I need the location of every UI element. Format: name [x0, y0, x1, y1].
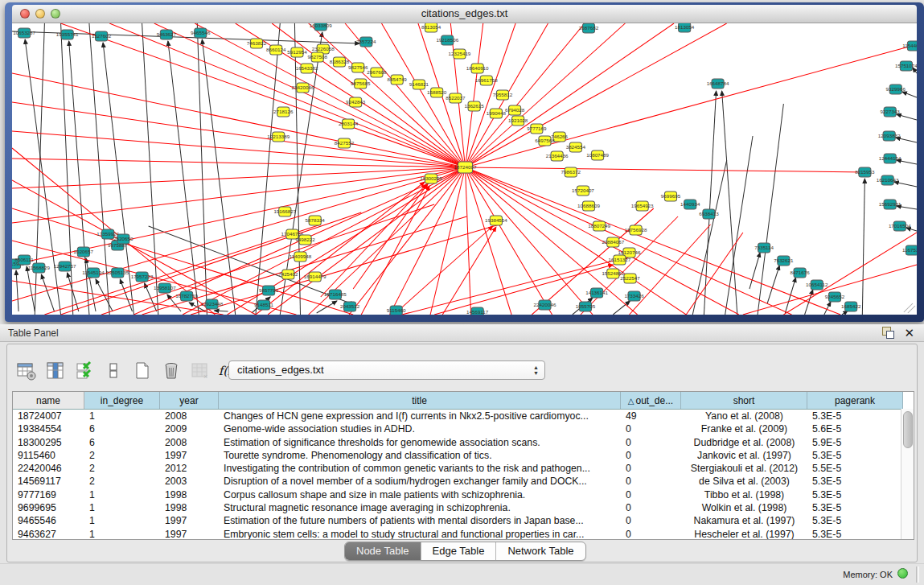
column-header-in_degree[interactable]: in_degree: [84, 392, 160, 409]
graph-node[interactable]: 10653287: [13, 28, 35, 38]
table-row[interactable]: 1872400712008Changes of HCN gene express…: [13, 410, 914, 422]
table-row[interactable]: 1830029562008Estimation of significance …: [13, 436, 914, 449]
graph-node[interactable]: 9827546: [348, 63, 368, 72]
graph-node[interactable]: 19654923: [631, 201, 654, 211]
graph-node[interactable]: 8471676: [790, 268, 810, 278]
graph-node[interactable]: 6794028: [505, 105, 525, 115]
graph-node[interactable]: 14136141: [585, 288, 608, 298]
graph-node[interactable]: 19355741: [56, 30, 79, 39]
column-header-pagerank[interactable]: pagerank: [807, 392, 903, 409]
table-row[interactable]: 977716911998Corpus callosum shape and si…: [13, 488, 914, 501]
graph-node[interactable]: 2043512: [340, 302, 360, 311]
graph-node[interactable]: 12093832: [878, 131, 901, 141]
graph-node[interactable]: 9498222: [295, 235, 315, 245]
column-select-icon[interactable]: [44, 360, 66, 382]
graph-node[interactable]: 16033809: [310, 23, 332, 31]
graph-node[interactable]: 8813054: [421, 23, 441, 32]
graph-node[interactable]: 8215953: [855, 167, 875, 177]
graph-node[interactable]: 19218506: [436, 35, 458, 45]
graph-node[interactable]: 19756928: [625, 225, 647, 235]
graph-node[interactable]: 9827508: [308, 52, 328, 62]
graph-node[interactable]: 9875685: [351, 79, 371, 89]
graph-node[interactable]: 9245652: [825, 292, 845, 302]
graph-node[interactable]: 18807249: [588, 221, 610, 231]
graph-node[interactable]: 16648784: [707, 79, 729, 89]
scrollbar-thumb[interactable]: [903, 411, 913, 448]
graph-node[interactable]: 1588520: [427, 88, 447, 97]
graph-node[interactable]: 1527602: [92, 31, 112, 41]
graph-node[interactable]: 7986372: [561, 167, 581, 177]
graph-node[interactable]: 8186328: [330, 57, 350, 67]
column-header-year[interactable]: year: [160, 392, 219, 409]
graph-node[interactable]: 7632621: [774, 256, 794, 266]
graph-node[interactable]: 19166827: [273, 207, 296, 216]
graph-node[interactable]: 12505135: [106, 268, 129, 278]
graph-node[interactable]: 19384554: [485, 216, 507, 225]
graph-node[interactable]: 2967608: [367, 68, 387, 77]
graph-node[interactable]: 5878334: [306, 216, 326, 225]
table-row[interactable]: 911546021997Tourette syndrome. Phenomeno…: [13, 449, 914, 462]
graph-node[interactable]: 1733426: [624, 291, 644, 301]
graph-node[interactable]: 9465546: [191, 28, 211, 38]
float-panel-icon[interactable]: [882, 327, 894, 339]
table-row[interactable]: 946362711997Embryonic stem cells: a mode…: [13, 528, 914, 540]
graph-node[interactable]: 16782759: [175, 291, 198, 301]
graph-node[interactable]: 7335114: [754, 243, 774, 253]
graph-node[interactable]: 3824554: [566, 142, 586, 152]
graph-node[interactable]: 16210643: [877, 175, 899, 185]
graph-node[interactable]: 1813054: [675, 23, 695, 32]
tab-edge-table[interactable]: Edge Table: [421, 542, 497, 560]
graph-node[interactable]: 2718126: [273, 107, 294, 117]
graph-node[interactable]: 6497568: [535, 136, 555, 146]
graph-node[interactable]: 1167533: [902, 245, 917, 255]
trash-icon[interactable]: [160, 360, 182, 382]
graph-node[interactable]: 17016504: [889, 221, 911, 231]
tab-network-table[interactable]: Network Table: [496, 542, 585, 560]
graph-node[interactable]: 8522037: [446, 93, 466, 103]
graph-node[interactable]: 7463822: [247, 39, 267, 48]
graph-node[interactable]: 16543382: [296, 64, 318, 73]
cells-vertical-icon[interactable]: [102, 360, 124, 382]
graph-node[interactable]: 7955812: [493, 90, 513, 100]
graph-node[interactable]: 8427552: [335, 138, 355, 148]
graph-node[interactable]: 12325419: [449, 49, 471, 59]
graph-node[interactable]: 15720407: [572, 186, 594, 196]
memory-status-icon[interactable]: [897, 568, 908, 579]
graph-node[interactable]: 1990448: [487, 109, 507, 118]
graph-node[interactable]: 1362615: [464, 101, 484, 111]
graph-node[interactable]: 9146821: [409, 80, 429, 89]
graph-node[interactable]: 9227343: [881, 107, 901, 117]
graph-node[interactable]: 7425402: [278, 270, 298, 279]
graph-node[interactable]: 11544084: [902, 41, 917, 51]
graph-node[interactable]: 12942757: [54, 262, 76, 271]
graph-node[interactable]: 1685422: [841, 302, 861, 311]
table-vertical-scrollbar[interactable]: [901, 409, 914, 539]
column-header-name[interactable]: name: [13, 392, 84, 409]
network-canvas[interactable]: 7463822866012459129542322605898275088186…: [12, 23, 917, 315]
tab-node-table[interactable]: Node Table: [345, 542, 421, 560]
graph-node[interactable]: 11409948: [290, 252, 312, 262]
graph-node[interactable]: 16151327: [608, 255, 630, 265]
row-checks-icon[interactable]: [73, 360, 95, 382]
table-row[interactable]: 969969511998Structural magnetic resonanc…: [13, 501, 914, 514]
graph-node[interactable]: 2020657: [74, 247, 94, 257]
graph-node[interactable]: 20884067: [602, 237, 624, 247]
table-settings-icon[interactable]: [15, 360, 37, 382]
graph-node[interactable]: 15692931: [879, 200, 901, 209]
table-row[interactable]: 1938455462009Genome-wide association stu…: [13, 422, 914, 435]
graph-node[interactable]: 18300295: [420, 174, 442, 183]
graph-node[interactable]: 21364436: [546, 151, 569, 161]
network-view-window[interactable]: citations_edges.txt 74638228660124591295…: [5, 2, 924, 322]
graph-node[interactable]: 15716485: [324, 290, 347, 299]
window-titlebar[interactable]: citations_edges.txt: [12, 5, 917, 23]
graph-node[interactable]: 8454749: [388, 75, 408, 84]
graph-node[interactable]: 9699695: [661, 192, 681, 201]
graph-node[interactable]: 14569117: [466, 307, 489, 315]
graph-node[interactable]: 5912954: [287, 47, 307, 57]
table-row[interactable]: 946554611997Estimation of the future num…: [13, 514, 914, 527]
graph-node[interactable]: 12444154: [879, 154, 901, 163]
table-row[interactable]: 1456911722003Disruption of a novel membe…: [13, 475, 914, 488]
column-header-out_de[interactable]: △out_de...: [621, 392, 681, 409]
graph-node[interactable]: 11545194: [82, 268, 105, 278]
graph-node[interactable]: 12923448: [201, 299, 224, 309]
